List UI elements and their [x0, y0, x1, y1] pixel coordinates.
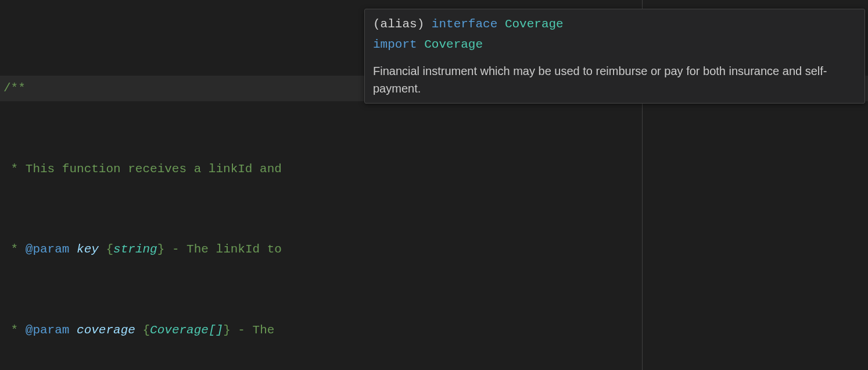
param-name: coverage: [77, 323, 135, 337]
jsdoc-tag: @param: [26, 323, 70, 337]
comment-text: This function receives a linkId and: [26, 162, 289, 176]
type-ref: Coverage[]: [150, 323, 223, 337]
hover-paren: ): [417, 17, 425, 31]
type-ref: string: [113, 243, 157, 256]
hover-alias-label: alias: [381, 17, 417, 31]
hover-signature: (alias) interface Coverage: [373, 15, 856, 34]
hover-keyword: import: [373, 38, 417, 51]
brace: {: [142, 323, 150, 337]
param-name: key: [77, 243, 99, 256]
hover-type: Coverage: [505, 17, 564, 31]
comment-text: *: [3, 162, 26, 176]
hover-paren: (: [373, 17, 381, 31]
comment-text: - The linkId to: [164, 243, 289, 256]
hover-tooltip[interactable]: (alias) interface Coverage import Covera…: [364, 9, 865, 104]
hover-keyword: interface: [432, 17, 497, 31]
comment-text: *: [3, 323, 26, 337]
brace: }: [223, 323, 231, 337]
hover-signature: import Coverage: [373, 35, 856, 55]
brace: {: [106, 243, 113, 256]
hover-doc: Financial instrument which may be used t…: [373, 62, 856, 97]
code-line[interactable]: * This function receives a linkId and: [0, 156, 868, 182]
comment-text: - The: [231, 323, 282, 337]
hover-type: Coverage: [424, 38, 483, 51]
brace: }: [157, 243, 165, 256]
jsdoc-tag: @param: [26, 243, 70, 256]
comment-text: *: [3, 243, 26, 256]
code-line[interactable]: * @param coverage {Coverage[]} - The: [0, 318, 868, 343]
comment-text: /**: [3, 81, 26, 95]
code-line[interactable]: * @param key {string} - The linkId to: [0, 237, 868, 262]
